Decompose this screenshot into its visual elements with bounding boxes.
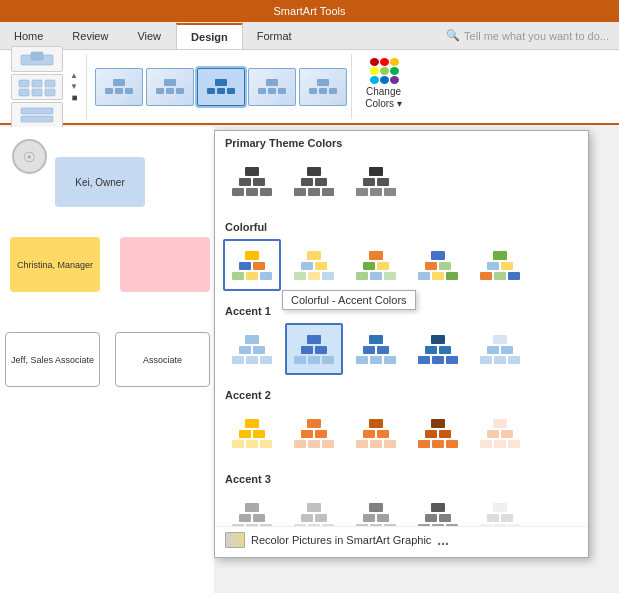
svg-rect-5 xyxy=(19,89,29,96)
section-header-accent2: Accent 2 xyxy=(215,383,588,405)
change-colors-button[interactable]: ChangeColors ▾ xyxy=(356,54,411,114)
section-header-primary: Primary Theme Colors xyxy=(215,131,588,153)
hierarchy-layout-1[interactable] xyxy=(95,68,143,106)
color-option-a1-1[interactable] xyxy=(223,323,281,375)
accent2-options-grid xyxy=(215,405,588,467)
color-option-a3-5[interactable] xyxy=(471,491,529,526)
accent1-options-grid xyxy=(215,321,588,383)
title-label: SmartArt Tools xyxy=(274,5,346,17)
layout-icon-3 xyxy=(17,104,57,126)
color-option-a2-4[interactable] xyxy=(409,407,467,459)
change-colors-dropdown: Primary Theme Colors xyxy=(214,130,589,558)
color-option-col3[interactable] xyxy=(347,239,405,291)
hierarchy-layout-5[interactable] xyxy=(299,68,347,106)
color-option-a2-2[interactable] xyxy=(285,407,343,459)
section-header-accent3: Accent 3 xyxy=(215,467,588,489)
recolor-icon xyxy=(225,532,245,548)
primary-options-grid xyxy=(215,153,588,215)
swatch-a3-5 xyxy=(475,495,525,526)
more-icon: ... xyxy=(437,532,449,548)
swatch-col4 xyxy=(413,243,463,287)
swatch-a2-1 xyxy=(227,411,277,455)
color-option-a1-2[interactable] xyxy=(285,323,343,375)
tooltip: Colorful - Accent Colors xyxy=(282,290,416,310)
color-option-a2-1[interactable] xyxy=(223,407,281,459)
hierarchy-layout-4[interactable] xyxy=(248,68,296,106)
color-option-a3-1[interactable] xyxy=(223,491,281,526)
node-mid-left: Christina, Manager xyxy=(10,237,100,292)
svg-rect-8 xyxy=(21,108,53,114)
layout-icon-1 xyxy=(17,48,57,70)
color-option-a3-4[interactable] xyxy=(409,491,467,526)
section-header-colorful: Colorful xyxy=(215,215,588,237)
scroll-down-icon[interactable]: ▼ xyxy=(70,82,78,91)
swatch-a1-2 xyxy=(289,327,339,371)
swatch-a2-4 xyxy=(413,411,463,455)
layout-col-1 xyxy=(10,45,64,129)
svg-rect-6 xyxy=(32,89,42,96)
swatch-a3-4 xyxy=(413,495,463,526)
color-dots-icon xyxy=(370,58,398,84)
node-mid-right xyxy=(120,237,210,292)
swatch-ptc2 xyxy=(289,159,339,203)
node-top: Kei, Owner xyxy=(55,157,145,207)
svg-rect-4 xyxy=(45,80,55,87)
color-option-col5[interactable] xyxy=(471,239,529,291)
ribbon: ▲ ▼ ◾ xyxy=(0,50,619,125)
tab-review[interactable]: Review xyxy=(58,22,123,49)
color-option-ptc2[interactable] xyxy=(285,155,343,207)
color-option-col1[interactable] xyxy=(223,239,281,291)
tooltip-text: Colorful - Accent Colors xyxy=(291,294,407,306)
color-option-a3-2[interactable] xyxy=(285,491,343,526)
title-bar: SmartArt Tools xyxy=(0,0,619,22)
color-option-a3-3[interactable] xyxy=(347,491,405,526)
svg-rect-2 xyxy=(19,80,29,87)
hierarchy-layout-3[interactable] xyxy=(197,68,245,106)
tab-format[interactable]: Format xyxy=(243,22,307,49)
hierarchy-icon-5 xyxy=(309,79,337,94)
color-option-a2-3[interactable] xyxy=(347,407,405,459)
dropdown-scroll-container[interactable]: Primary Theme Colors xyxy=(215,131,588,526)
hierarchy-icon-1 xyxy=(105,79,133,94)
search-bar[interactable]: 🔍 Tell me what you want to do... xyxy=(436,22,619,49)
tab-design[interactable]: Design xyxy=(176,23,243,49)
recolor-pictures-footer[interactable]: Recolor Pictures in SmartArt Graphic ... xyxy=(215,526,588,553)
tab-view[interactable]: View xyxy=(123,22,176,49)
color-option-ptc1[interactable] xyxy=(223,155,281,207)
swatch-ptc1 xyxy=(227,159,277,203)
search-placeholder: Tell me what you want to do... xyxy=(464,30,609,42)
layout-icon-2 xyxy=(17,76,57,98)
swatch-col3 xyxy=(351,243,401,287)
layout-btn-2[interactable] xyxy=(11,74,63,100)
ribbon-scroll[interactable]: ▲ ▼ ◾ xyxy=(66,71,82,103)
swatch-a1-3 xyxy=(351,327,401,371)
layout-btn-1[interactable] xyxy=(11,46,63,72)
hierarchy-layout-2[interactable] xyxy=(146,68,194,106)
color-option-col4[interactable] xyxy=(409,239,467,291)
hierarchy-icon-2 xyxy=(156,79,184,94)
color-option-a1-5[interactable] xyxy=(471,323,529,375)
color-option-a1-3[interactable] xyxy=(347,323,405,375)
color-option-col2[interactable] xyxy=(285,239,343,291)
color-option-a2-5[interactable] xyxy=(471,407,529,459)
color-option-ptc3[interactable] xyxy=(347,155,405,207)
swatch-col5 xyxy=(475,243,525,287)
swatch-a1-1 xyxy=(227,327,277,371)
search-icon: 🔍 xyxy=(446,29,460,42)
change-colors-label: ChangeColors ▾ xyxy=(365,86,402,110)
swatch-ptc3 xyxy=(351,159,401,203)
layout-btn-3[interactable] xyxy=(11,102,63,128)
svg-rect-1 xyxy=(31,52,43,60)
scroll-more-icon[interactable]: ◾ xyxy=(69,93,80,103)
smartart-diagram: Kei, Owner Christina, Manager Jeff, Sale… xyxy=(5,147,210,567)
recolor-label: Recolor Pictures in SmartArt Graphic xyxy=(251,534,431,546)
swatch-col2 xyxy=(289,243,339,287)
tab-bar: Home Review View Design Format 🔍 Tell me… xyxy=(0,22,619,50)
swatch-a3-2 xyxy=(289,495,339,526)
canvas-area: ☉ Kei, Owner Christina, Manager Jeff, Sa… xyxy=(0,127,214,593)
scroll-up-icon[interactable]: ▲ xyxy=(70,71,78,80)
accent3-options-grid xyxy=(215,489,588,526)
color-option-a1-4[interactable] xyxy=(409,323,467,375)
swatch-a2-5 xyxy=(475,411,525,455)
node-bot-mid: Associate xyxy=(115,332,210,387)
